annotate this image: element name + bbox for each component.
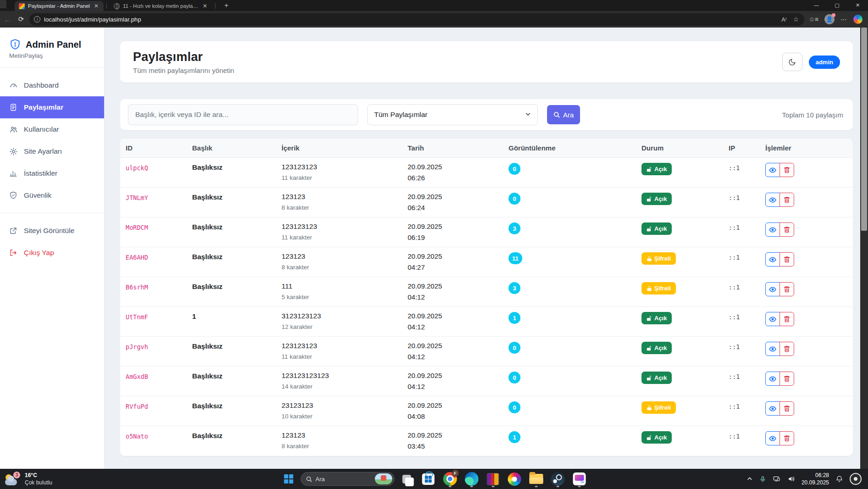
copilot-icon[interactable]: [853, 15, 862, 24]
tray-chevron-up-icon[interactable]: [746, 476, 753, 482]
sidebar-item-shares[interactable]: Paylaşımlar: [0, 96, 104, 118]
search-icon: [306, 476, 312, 482]
share-char-count: 10 karakter: [282, 413, 397, 420]
taskbar-clock[interactable]: 06:28 20.09.2025: [802, 472, 829, 486]
sidebar-item-label: Çıkış Yap: [24, 249, 54, 257]
site-info-icon[interactable]: i: [34, 16, 40, 22]
taskbar-search-label: Ara: [315, 476, 371, 483]
close-button[interactable]: ✕: [847, 2, 868, 8]
dashboard-icon: [9, 81, 18, 90]
view-button[interactable]: [765, 312, 780, 326]
eye-icon: [769, 375, 776, 383]
sidebar-item-stats[interactable]: İstatistikler: [0, 162, 104, 184]
view-button[interactable]: [765, 163, 780, 177]
tab-close-icon[interactable]: ✕: [93, 3, 100, 9]
delete-button[interactable]: [780, 252, 794, 267]
delete-button[interactable]: [780, 342, 794, 356]
file-explorer-icon[interactable]: [527, 470, 545, 488]
share-date: 20.09.2025: [408, 252, 498, 260]
new-tab-button[interactable]: ＋: [220, 1, 232, 10]
sidebar-item-view-site[interactable]: Siteyi Görüntüle: [0, 220, 104, 242]
start-button[interactable]: [280, 470, 297, 488]
view-button[interactable]: [765, 222, 780, 237]
task-view-icon[interactable]: [398, 470, 416, 488]
recorder-icon[interactable]: [850, 473, 862, 485]
back-button[interactable]: ←: [2, 16, 13, 23]
maximize-button[interactable]: ▢: [827, 2, 847, 8]
view-button[interactable]: [765, 193, 780, 207]
tab-title: 11 - Hızlı ve kolay metin paylaşım: [123, 3, 199, 9]
sidebar-item-settings[interactable]: Site Ayarları: [0, 140, 104, 162]
sidebar-item-users[interactable]: Kullanıcılar: [0, 118, 104, 140]
delete-button[interactable]: [780, 401, 794, 416]
status-badge: Açık: [641, 342, 672, 354]
eye-icon: [769, 226, 776, 233]
share-id: MoRDCM: [120, 217, 187, 247]
notification-bell-icon[interactable]: [835, 475, 843, 483]
view-button[interactable]: [765, 431, 780, 445]
profile-avatar[interactable]: 👤: [824, 14, 835, 24]
weather-widget[interactable]: 3 16°C Çok bulutlu: [5, 472, 52, 486]
tab-close-icon[interactable]: ✕: [202, 3, 208, 9]
delete-button[interactable]: [780, 312, 794, 326]
window-controls: — ▢ ✕: [806, 0, 868, 10]
favorite-star-icon[interactable]: ☆: [793, 16, 799, 23]
external-link-icon: [9, 227, 18, 235]
delete-button[interactable]: [780, 222, 794, 237]
status-badge: Açık: [641, 193, 672, 205]
view-button[interactable]: [765, 342, 780, 356]
edge-icon[interactable]: [462, 470, 481, 488]
cast-display-icon[interactable]: [773, 475, 781, 483]
view-button[interactable]: [765, 401, 780, 416]
clipchamp-icon[interactable]: [570, 470, 588, 488]
delete-button[interactable]: [780, 372, 794, 386]
taskbar-search[interactable]: Ara: [300, 472, 394, 486]
select-value: Tüm Paylaşımlar: [374, 111, 427, 119]
dark-mode-toggle[interactable]: [782, 53, 802, 71]
views-badge: 0: [509, 372, 520, 383]
microsoft-store-icon[interactable]: [419, 470, 437, 488]
tab-admin-panel[interactable]: Paylaşımlar - Admin Panel ✕: [15, 1, 104, 11]
status-filter-select[interactable]: Tüm Paylaşımlar: [367, 104, 538, 125]
read-aloud-icon[interactable]: A⁾: [781, 16, 786, 23]
minimize-button[interactable]: —: [806, 2, 827, 8]
share-char-count: 11 karakter: [282, 174, 397, 181]
delete-button[interactable]: [780, 193, 794, 207]
refresh-button[interactable]: ⟳: [16, 15, 27, 23]
view-button[interactable]: [765, 282, 780, 296]
scrollbar-thumb[interactable]: [861, 28, 867, 231]
chrome-icon[interactable]: F: [441, 470, 459, 488]
delete-button[interactable]: [780, 163, 794, 177]
page-scrollbar[interactable]: [860, 28, 868, 469]
browser-menu-icon[interactable]: ⋯: [840, 16, 847, 23]
delete-button[interactable]: [780, 431, 794, 445]
sidebar-item-security[interactable]: Güvenlik: [0, 184, 104, 206]
view-button[interactable]: [765, 252, 780, 267]
sidebar-item-dashboard[interactable]: Dashboard: [0, 74, 104, 96]
delete-button[interactable]: [780, 282, 794, 296]
search-highlight-image: [375, 473, 392, 484]
sidebar-item-logout[interactable]: Çıkış Yap: [0, 242, 104, 264]
taskbar: 3 16°C Çok bulutlu Ara F: [0, 469, 868, 489]
favorites-bar-icon[interactable]: ☆≡: [809, 16, 818, 23]
toolbar-right: ☆≡ 👤 ⋯: [807, 14, 864, 24]
tab-metin-paylasim[interactable]: 11 - Hızlı ve kolay metin paylaşım ✕: [110, 1, 212, 11]
share-char-count: 11 karakter: [282, 234, 397, 241]
share-title: Başlıksız: [187, 247, 276, 277]
share-char-count: 12 karakter: [282, 323, 397, 330]
winrar-icon[interactable]: [484, 470, 502, 488]
steam-icon[interactable]: [548, 470, 567, 488]
status-label: Açık: [654, 374, 667, 381]
eye-icon: [769, 316, 776, 323]
page-viewport: Admin Panel MetinPaylaş DashboardPaylaşı…: [0, 28, 868, 469]
address-bar[interactable]: i localhost/just/admin/paylasimlar.php A…: [29, 13, 804, 26]
search-button[interactable]: Ara: [547, 105, 580, 124]
volume-icon[interactable]: [787, 475, 795, 483]
search-input[interactable]: [128, 104, 358, 125]
column-header: Tarih: [402, 139, 503, 157]
microphone-icon[interactable]: [759, 476, 766, 483]
view-button[interactable]: [765, 372, 780, 386]
paint-icon[interactable]: [505, 470, 524, 488]
status-label: Şifreli: [654, 404, 671, 411]
user-badge[interactable]: admin: [809, 56, 840, 69]
